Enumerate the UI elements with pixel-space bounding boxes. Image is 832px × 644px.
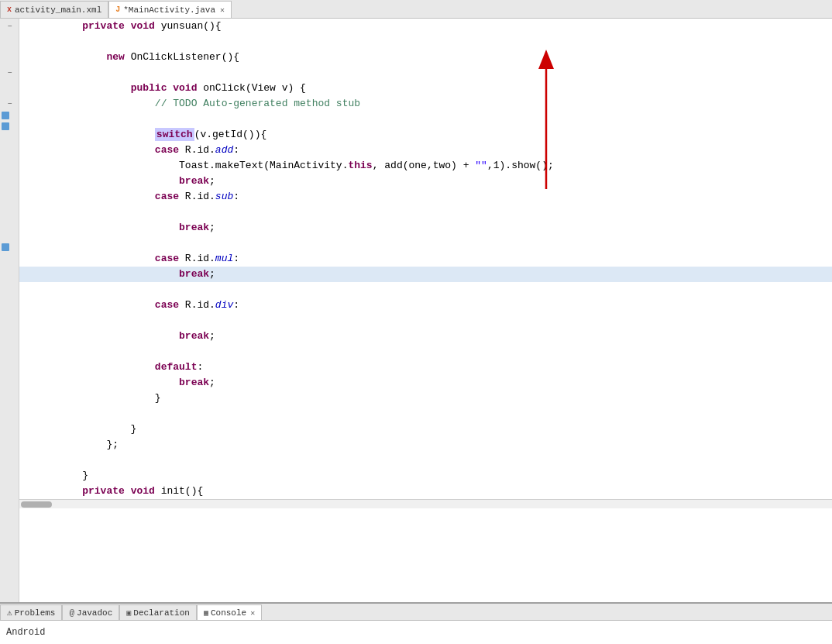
- code-line-12: case R.id.sub:: [19, 189, 832, 205]
- bottom-content: Android: [0, 621, 832, 644]
- code-line-2: [19, 34, 832, 50]
- code-line-10: Toast.makeText(MainActivity.this, add(on…: [19, 158, 832, 174]
- left-marker-1: [2, 112, 9, 119]
- tab-javadoc[interactable]: @ Javadoc: [62, 604, 119, 620]
- code-text-31: private void init(){: [58, 484, 203, 499]
- code-line-14: break;: [19, 220, 832, 236]
- warning-icon: ⚠: [7, 608, 12, 618]
- left-gutter: − − −: [0, 19, 19, 602]
- console-icon: ▦: [204, 608, 208, 618]
- code-text-24: break;: [58, 375, 215, 391]
- code-line-3: new OnClickListener(){: [19, 50, 832, 65]
- code-line-22: [19, 344, 832, 360]
- bottom-tabs: ⚠ Problems @ Javadoc ▣ Declaration ▦ Con…: [0, 604, 832, 621]
- code-line-25: }: [19, 391, 832, 406]
- code-text-16: case R.id.mul:: [58, 251, 239, 267]
- at-icon: @: [69, 608, 74, 618]
- code-line-23: default:: [19, 360, 832, 375]
- code-text-14: break;: [58, 220, 215, 236]
- left-marker-3: [2, 243, 9, 251]
- code-text-5: public void onClick(View v) {: [58, 81, 306, 96]
- code-line-18: [19, 282, 832, 298]
- android-label: Android: [6, 627, 45, 638]
- tab-bar: x activity_main.xml J *MainActivity.java…: [0, 0, 832, 19]
- code-line-8: switch(v.getId()){: [19, 127, 832, 143]
- code-line-9: case R.id.add:: [19, 143, 832, 158]
- tab-problems-label: Problems: [15, 608, 56, 618]
- code-text-21: break;: [58, 329, 215, 344]
- editor-container: − − − private void yun: [0, 19, 832, 602]
- tab-xml-label: activity_main.xml: [15, 5, 101, 15]
- tab-java-label: *MainActivity.java: [123, 5, 215, 15]
- tab-java[interactable]: J *MainActivity.java ✕: [108, 1, 232, 18]
- code-line-19: case R.id.div:: [19, 298, 832, 313]
- code-text-6: // TODO Auto-generated method stub: [58, 96, 360, 112]
- code-line-7: [19, 112, 832, 127]
- code-text-17: break;: [58, 267, 215, 282]
- left-marker-2: [2, 122, 9, 130]
- tab-problems[interactable]: ⚠ Problems: [0, 604, 62, 620]
- code-text-23: default:: [58, 360, 203, 375]
- bottom-panel: ⚠ Problems @ Javadoc ▣ Declaration ▦ Con…: [0, 602, 832, 644]
- h-scrollbar[interactable]: [19, 499, 832, 508]
- code-text-1: private void yunsuan(){: [58, 19, 222, 34]
- code-line-21: break;: [19, 329, 832, 344]
- declaration-icon: ▣: [126, 608, 131, 618]
- code-line-16: case R.id.mul:: [19, 251, 832, 267]
- xml-icon: x: [7, 5, 12, 14]
- code-line-13: [19, 205, 832, 220]
- code-text-9: case R.id.add:: [58, 143, 239, 158]
- code-line-26: [19, 406, 832, 422]
- code-text-30: }: [58, 468, 88, 484]
- java-icon: J: [115, 5, 120, 14]
- tab-declaration[interactable]: ▣ Declaration: [119, 604, 197, 620]
- code-line-1: private void yunsuan(){: [19, 19, 832, 34]
- code-line-31: private void init(){: [19, 484, 832, 499]
- code-line-29: [19, 453, 832, 468]
- code-line-15: [19, 236, 832, 251]
- code-area[interactable]: private void yunsuan(){ new OnClickListe…: [19, 19, 832, 602]
- code-text-19: case R.id.div:: [58, 298, 239, 313]
- code-text-12: case R.id.sub:: [58, 189, 239, 205]
- code-line-28: };: [19, 437, 832, 453]
- code-line-27: }: [19, 422, 832, 437]
- gutter-collapse-2[interactable]: −: [0, 65, 19, 81]
- code-line-5: public void onClick(View v) {: [19, 81, 832, 96]
- gutter-collapse-3[interactable]: −: [0, 96, 19, 112]
- code-line-30: }: [19, 468, 832, 484]
- code-line-6: // TODO Auto-generated method stub: [19, 96, 832, 112]
- code-text-2: [58, 34, 64, 50]
- code-line-24: break;: [19, 375, 832, 391]
- tab-javadoc-label: Javadoc: [77, 608, 112, 618]
- gutter-collapse-1[interactable]: −: [0, 19, 19, 34]
- code-text-3: new OnClickListener(){: [58, 50, 239, 65]
- code-line-20: [19, 313, 832, 329]
- tab-console[interactable]: ▦ Console ✕: [197, 604, 262, 620]
- tab-declaration-label: Declaration: [133, 608, 190, 618]
- code-text-10: Toast.makeText(MainActivity.this, add(on…: [58, 158, 554, 174]
- code-text-11: break;: [58, 174, 215, 189]
- code-text-27: }: [58, 422, 136, 437]
- code-line-17: break;: [19, 267, 832, 282]
- code-text-25: }: [58, 391, 161, 406]
- code-line-4: [19, 65, 832, 81]
- code-text-28: };: [58, 437, 119, 453]
- close-tab-icon[interactable]: ✕: [220, 5, 225, 15]
- close-console-icon[interactable]: ✕: [250, 608, 255, 618]
- code-lines: private void yunsuan(){ new OnClickListe…: [19, 19, 832, 499]
- tab-console-label: Console: [211, 608, 246, 618]
- code-text-8: switch(v.getId()){: [58, 127, 266, 143]
- code-line-11: break;: [19, 174, 832, 189]
- tab-xml[interactable]: x activity_main.xml: [0, 1, 108, 18]
- h-scrollbar-thumb[interactable]: [21, 501, 52, 508]
